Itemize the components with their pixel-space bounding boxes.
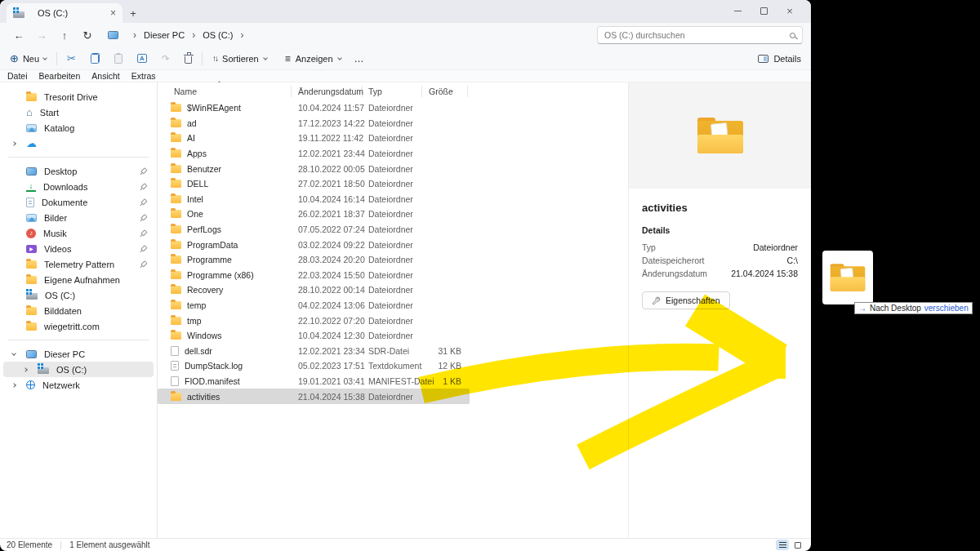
cut-icon[interactable]: ✂ (67, 53, 76, 64)
sidebar-item-bilder[interactable]: Bilder (3, 210, 154, 225)
navigation-bar: ← → ↑ ↻ ›Dieser PC›OS (C:)› OS (C:) durc… (0, 23, 811, 47)
table-row[interactable]: DumpStack.log05.02.2023 17:51Textdokumen… (158, 358, 470, 374)
chevron-down-icon[interactable] (11, 351, 16, 356)
new-tab-button[interactable]: + (122, 3, 144, 23)
table-row[interactable]: ad17.12.2023 14:22Dateiordner (158, 116, 470, 131)
table-row[interactable]: activities21.04.2024 15:38Dateiordner (158, 389, 470, 404)
file-name: Intel (187, 194, 203, 204)
sidebar-item-katalog[interactable]: Katalog (3, 120, 154, 136)
copy-icon[interactable] (91, 53, 100, 64)
sidebar-item-netzwerk[interactable]: Netzwerk (3, 377, 154, 393)
table-row[interactable]: Windows10.04.2024 12:30Dateiordner (158, 328, 470, 344)
tab-os-c[interactable]: OS (C:) × (7, 3, 122, 23)
details-pane-toggle[interactable]: Details (758, 54, 801, 64)
share-icon[interactable]: ↷ (162, 54, 170, 64)
table-row[interactable]: Benutzer28.10.2022 00:05Dateiordner (158, 161, 470, 176)
folder-icon (171, 286, 181, 294)
table-row[interactable]: AI19.11.2022 11:42Dateiordner (158, 131, 470, 146)
sidebar-item-bilddaten[interactable]: Bilddaten (3, 303, 154, 318)
folder-icon (26, 93, 37, 101)
chevron-right-icon[interactable] (23, 367, 28, 372)
column-header-type[interactable]: Typ (363, 86, 422, 97)
table-row[interactable]: Programme (x86)22.03.2024 15:50Dateiordn… (158, 268, 470, 283)
table-row[interactable]: FIOD.manifest19.01.2021 03:41MANIFEST-Da… (158, 374, 470, 389)
sidebar-item-os-c-[interactable]: OS (C:) (3, 287, 154, 303)
pin-icon (137, 165, 149, 176)
sidebar-item-cloud[interactable] (3, 136, 154, 151)
back-button[interactable]: ← (8, 25, 29, 45)
file-name: ad (187, 118, 197, 128)
table-row[interactable]: dell.sdr12.02.2021 23:34SDR-Datei31 KB (158, 344, 470, 359)
paste-icon[interactable] (114, 54, 122, 64)
table-row[interactable]: ProgramData03.02.2024 09:22Dateiordner (158, 237, 470, 252)
selection-count: 1 Element ausgewählt (69, 540, 149, 549)
up-button[interactable]: ↑ (54, 25, 75, 45)
sidebar-item-telemetry-pattern[interactable]: Telemetry Pattern (3, 256, 154, 272)
icons-view-button[interactable] (791, 540, 804, 550)
sidebar-item-dieser-pc[interactable]: Dieser PC (3, 346, 154, 362)
view-button[interactable]: ≡ Anzeigen (285, 53, 341, 64)
chevron-right-icon[interactable] (11, 383, 16, 388)
sidebar-item-downloads[interactable]: Downloads (3, 179, 154, 194)
sidebar-item-dokumente[interactable]: Dokumente (3, 194, 154, 210)
file-name-cell: Recovery (171, 285, 292, 295)
sidebar-item-label: Downloads (43, 182, 87, 192)
table-row[interactable]: tmp22.10.2022 07:20Dateiordner (158, 313, 470, 328)
search-box[interactable]: OS (C:) durchsuchen (597, 26, 803, 44)
sidebar-item-start[interactable]: Start (3, 104, 154, 120)
maximize-button[interactable] (751, 0, 777, 21)
refresh-button[interactable]: ↻ (77, 25, 98, 45)
sidebar-item-tresorit-drive[interactable]: Tresorit Drive (3, 89, 154, 104)
properties-button[interactable]: Eigenschaften (642, 291, 730, 309)
table-row[interactable]: Intel10.04.2024 16:14Dateiordner (158, 192, 470, 207)
sidebar-item-label: Dieser PC (44, 349, 85, 359)
tab-close-icon[interactable]: × (110, 8, 116, 18)
file-date-cell: 17.12.2023 14:22 (292, 118, 363, 128)
sidebar-item-label: Bilder (44, 213, 67, 223)
sidebar-item-eigene-aufnahmen[interactable]: Eigene Aufnahmen (3, 272, 154, 287)
table-row[interactable]: PerfLogs07.05.2022 07:24Dateiordner (158, 222, 470, 238)
rename-icon[interactable] (137, 54, 147, 63)
table-row[interactable]: Recovery28.10.2022 00:14Dateiordner (158, 282, 470, 298)
cloud-icon (26, 138, 37, 149)
delete-icon[interactable] (185, 56, 192, 64)
pin-icon (137, 211, 149, 223)
sort-button[interactable]: ↑↓ Sortieren (212, 54, 267, 64)
column-header-date[interactable]: Änderungsdatum (292, 86, 363, 97)
sidebar-item-wiegetritt-com[interactable]: wiegetritt.com (3, 318, 154, 334)
table-row[interactable]: Programme28.03.2024 20:20Dateiordner (158, 252, 470, 268)
file-size-cell: 12 KB (422, 361, 461, 371)
table-row[interactable]: DELL27.02.2021 18:50Dateiordner (158, 176, 470, 192)
sidebar-item-label: Musik (43, 229, 67, 238)
minimize-button[interactable] (724, 0, 751, 21)
forward-button[interactable]: → (31, 25, 52, 45)
details-pane-icon (758, 55, 768, 63)
music-icon (26, 229, 36, 238)
column-header-size[interactable]: Größe (422, 86, 468, 97)
menu-item-extras[interactable]: Extras (126, 71, 162, 81)
sidebar-item-musik[interactable]: Musik (3, 225, 154, 241)
dragged-folder[interactable] (822, 251, 873, 304)
breadcrumb-item[interactable]: OS (C:) (203, 30, 233, 40)
menu-item-bearbeiten[interactable]: Bearbeiten (33, 71, 87, 81)
doc-icon (26, 198, 34, 207)
sidebar-item-os-c-[interactable]: OS (C:) (3, 362, 154, 377)
column-header-name[interactable]: Name ˆ (171, 86, 292, 97)
new-icon: ⊕ (10, 52, 19, 64)
search-input[interactable]: OS (C:) durchsuchen (604, 30, 785, 40)
details-view-button[interactable] (776, 540, 789, 550)
minimize-icon (734, 11, 742, 11)
new-button[interactable]: ⊕ Neu (10, 52, 47, 64)
breadcrumb-item[interactable]: Dieser PC (144, 30, 185, 40)
chevron-right-icon[interactable] (11, 141, 16, 146)
table-row[interactable]: $WinREAgent10.04.2024 11:57Dateiordner (158, 100, 470, 116)
table-row[interactable]: temp04.02.2024 13:06Dateiordner (158, 298, 470, 313)
sidebar-item-videos[interactable]: Videos (3, 241, 154, 256)
menu-item-datei[interactable]: Datei (2, 71, 33, 81)
menu-item-ansicht[interactable]: Ansicht (86, 71, 125, 81)
more-options-button[interactable]: … (354, 53, 365, 64)
sidebar-item-desktop[interactable]: Desktop (3, 163, 154, 179)
close-button[interactable]: × (777, 0, 803, 21)
table-row[interactable]: Apps12.02.2021 23:44Dateiordner (158, 146, 470, 162)
table-row[interactable]: One26.02.2021 18:37Dateiordner (158, 207, 470, 222)
